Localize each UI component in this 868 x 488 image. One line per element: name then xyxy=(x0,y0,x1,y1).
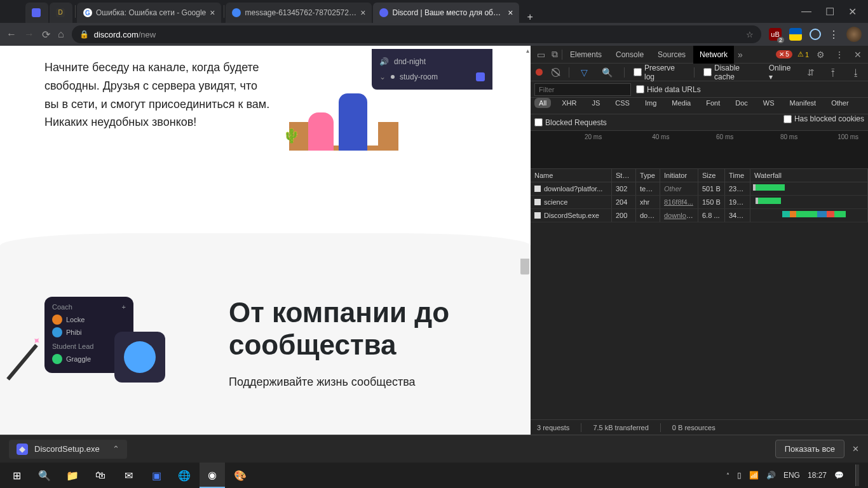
show-desktop-button[interactable] xyxy=(855,464,859,486)
more-tabs-icon[interactable]: » xyxy=(735,50,745,60)
filter-input[interactable] xyxy=(534,83,631,96)
type-filter[interactable]: Img xyxy=(641,98,661,108)
type-filter[interactable]: WS xyxy=(759,98,779,108)
filter-icon[interactable]: ▽ xyxy=(578,67,590,78)
clock[interactable]: 18:27 xyxy=(808,471,827,480)
close-icon[interactable]: × xyxy=(360,8,365,18)
warning-badge[interactable]: ⚠ 1 xyxy=(797,50,809,58)
close-window-icon[interactable]: ✕ xyxy=(848,6,857,18)
close-icon[interactable]: × xyxy=(508,8,513,18)
bookmark-icon[interactable]: ☆ xyxy=(746,30,754,39)
blocked-requests-checkbox[interactable]: Blocked Requests xyxy=(534,118,607,127)
inspect-icon[interactable]: ▭ xyxy=(534,50,548,60)
type-filter[interactable]: Manifest xyxy=(785,98,821,108)
address-bar[interactable]: 🔒 discord.com/new ☆ xyxy=(72,25,761,43)
home-icon[interactable]: ⌂ xyxy=(58,29,64,40)
column-header[interactable]: Size xyxy=(698,169,725,182)
flag-extension-icon[interactable] xyxy=(789,28,802,41)
section-paragraph: Поддерживайте жизнь сообщества xyxy=(229,374,470,391)
kebab-icon[interactable]: ⋮ xyxy=(832,50,846,60)
type-filter[interactable]: Font xyxy=(702,98,724,108)
browser-tab[interactable]: D xyxy=(50,3,72,23)
browser-tab-active[interactable]: Discord | Ваше место для общен× xyxy=(373,3,519,23)
disable-cache-checkbox[interactable]: Disable cache xyxy=(703,64,760,81)
app-icon[interactable]: ▣ xyxy=(144,463,169,488)
device-toggle-icon[interactable]: ⧉ xyxy=(549,49,560,60)
column-header[interactable]: Name xyxy=(531,169,612,182)
search-icon[interactable]: 🔍 xyxy=(599,67,615,78)
browser-tab[interactable]: GОшибка: Ошибка сети - Google× xyxy=(77,3,221,23)
devtools-panel: ▭ ⧉ Elements Console Sources Network » ✕… xyxy=(531,46,868,435)
edge-icon[interactable]: 🌐 xyxy=(172,463,197,488)
tab-favicon: D xyxy=(56,8,65,17)
column-header[interactable]: Initiator xyxy=(660,169,698,182)
devtools-tab-sources[interactable]: Sources xyxy=(651,46,692,64)
type-filter[interactable]: Other xyxy=(827,98,853,108)
menu-icon[interactable]: ⋮ xyxy=(829,29,839,41)
store-icon[interactable]: 🛍 xyxy=(88,463,113,488)
reload-icon[interactable]: ⟳ xyxy=(42,29,50,41)
notification-icon[interactable]: 💬 xyxy=(834,471,844,480)
tray-expand-icon[interactable]: ˄ xyxy=(726,472,729,479)
close-shelf-icon[interactable]: ✕ xyxy=(852,444,859,454)
browser-tab[interactable] xyxy=(25,3,48,23)
gear-icon[interactable]: ⚙ xyxy=(814,50,827,60)
volume-icon[interactable]: 🔊 xyxy=(766,471,776,480)
close-icon[interactable]: × xyxy=(210,8,215,18)
devtools-tab-console[interactable]: Console xyxy=(609,46,650,64)
devtools-tab-network[interactable]: Network xyxy=(693,46,734,64)
devtools-tab-elements[interactable]: Elements xyxy=(564,46,608,64)
show-all-downloads-button[interactable]: Показать все xyxy=(775,440,844,458)
type-filter[interactable]: CSS xyxy=(611,98,634,108)
network-request-row[interactable]: download?platfor...302text...Other501 B2… xyxy=(531,182,868,196)
page-paragraph: Начните беседу на канале, когда будете с… xyxy=(44,58,273,132)
record-button[interactable] xyxy=(536,69,543,76)
mail-icon[interactable]: ✉ xyxy=(116,463,141,488)
network-request-row[interactable]: DiscordSetup.exe200doc...download6.8 ...… xyxy=(531,209,868,222)
clear-button[interactable] xyxy=(552,68,560,77)
type-filter[interactable]: JS xyxy=(587,98,604,108)
devtools-status-bar: 3 requests 7.5 kB transferred 0 B resour… xyxy=(531,419,868,435)
type-filter-all[interactable]: All xyxy=(534,98,551,108)
language-indicator[interactable]: ENG xyxy=(783,471,800,480)
column-header[interactable]: Waterfall xyxy=(750,169,868,182)
network-request-row[interactable]: science204xhr816f8f4...150 B195... xyxy=(531,196,868,209)
column-header[interactable]: Time xyxy=(725,169,750,182)
new-tab-button[interactable]: + xyxy=(523,11,536,23)
hide-data-urls-checkbox[interactable]: Hide data URLs xyxy=(636,85,701,94)
download-icon[interactable]: ⭳ xyxy=(849,67,863,78)
type-filter[interactable]: Doc xyxy=(731,98,752,108)
type-filter[interactable]: Media xyxy=(667,98,695,108)
throttle-select[interactable]: Online ▾ xyxy=(769,64,796,81)
back-icon[interactable]: ← xyxy=(6,29,17,40)
chevron-up-icon[interactable]: ⌃ xyxy=(112,444,119,454)
network-timeline[interactable]: 20 ms 40 ms 60 ms 80 ms 100 ms xyxy=(531,131,868,169)
download-shelf: ◆ DiscordSetup.exe ⌃ Показать все ✕ xyxy=(0,435,868,463)
type-filter[interactable]: XHR xyxy=(557,98,581,108)
lock-icon: 🔒 xyxy=(79,30,89,39)
download-item[interactable]: ◆ DiscordSetup.exe ⌃ xyxy=(9,440,127,459)
minimize-icon[interactable]: — xyxy=(801,6,811,17)
error-badge[interactable]: ✕ 5 xyxy=(776,50,792,58)
globe-extension-icon[interactable] xyxy=(810,29,821,40)
network-table: Name Stat... Type Initiator Size Time Wa… xyxy=(531,169,868,419)
start-button[interactable]: ⊞ xyxy=(4,463,29,488)
preserve-log-checkbox[interactable]: Preserve log xyxy=(634,64,685,81)
file-icon: ◆ xyxy=(17,444,28,455)
battery-icon[interactable]: ▯ xyxy=(737,471,742,480)
wifi-icon[interactable]: ⇵ xyxy=(804,67,817,78)
column-header[interactable]: Stat... xyxy=(612,169,636,182)
maximize-icon[interactable]: ☐ xyxy=(825,6,834,18)
close-devtools-icon[interactable]: ✕ xyxy=(851,50,864,60)
upload-icon[interactable]: ⭱ xyxy=(826,67,840,78)
file-explorer-icon[interactable]: 📁 xyxy=(60,463,85,488)
paint-icon[interactable]: 🎨 xyxy=(227,463,253,488)
browser-tab[interactable]: message-61345762-7870257293× xyxy=(226,3,372,23)
column-header[interactable]: Type xyxy=(636,169,660,182)
chrome-icon[interactable]: ◉ xyxy=(200,463,225,488)
profile-avatar[interactable] xyxy=(846,27,862,42)
wifi-icon[interactable]: 📶 xyxy=(749,471,759,480)
search-button[interactable]: 🔍 xyxy=(32,463,57,488)
forward-icon[interactable]: → xyxy=(24,29,34,40)
ublock-extension-icon[interactable]: uB2 xyxy=(769,28,782,41)
